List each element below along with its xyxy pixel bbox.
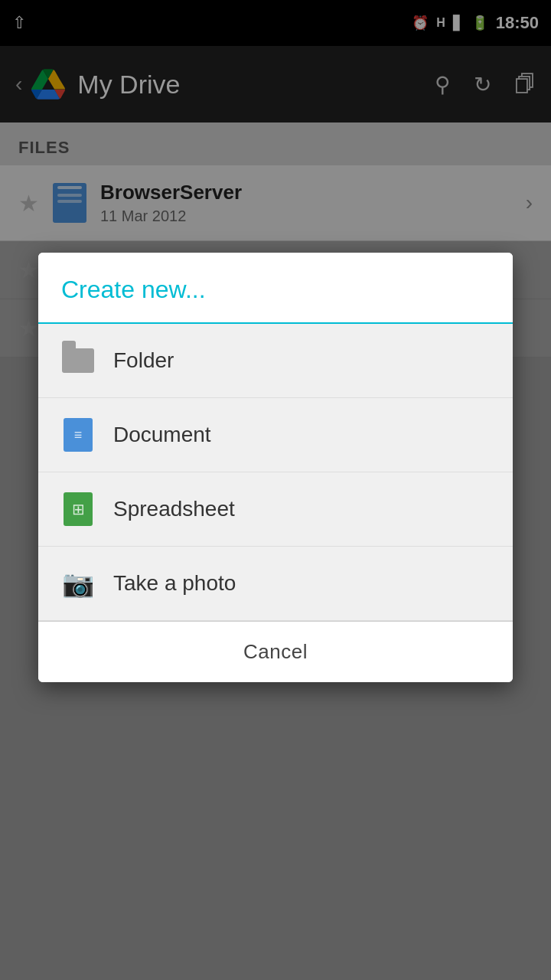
cancel-label: Cancel [243,640,308,663]
camera-icon: 📷 [61,567,95,600]
create-document-item[interactable]: Document [38,398,513,472]
document-icon [61,418,95,452]
sheet-icon-shape [64,492,93,526]
create-folder-item[interactable]: Folder [38,324,513,398]
spreadsheet-icon [61,492,95,526]
doc-icon-shape [64,418,93,452]
modal-overlay: Create new... Folder Document Spreadshee… [0,0,551,980]
create-spreadsheet-item[interactable]: Spreadsheet [38,472,513,547]
folder-icon [61,344,95,377]
dialog-title: Create new... [38,253,513,324]
document-label: Document [113,423,211,447]
camera-icon-symbol: 📷 [62,568,94,599]
spreadsheet-label: Spreadsheet [113,497,235,521]
take-photo-label: Take a photo [113,571,236,596]
create-new-dialog: Create new... Folder Document Spreadshee… [38,253,513,682]
take-photo-item[interactable]: 📷 Take a photo [38,547,513,621]
folder-icon-shape [62,348,94,373]
folder-label: Folder [113,348,174,373]
cancel-button[interactable]: Cancel [38,621,513,682]
